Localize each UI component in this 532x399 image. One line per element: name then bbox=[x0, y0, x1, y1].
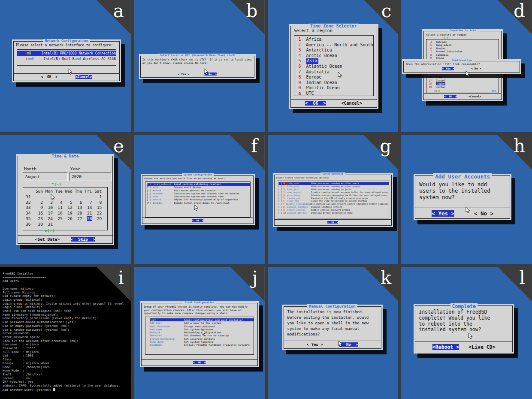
region-row[interactable]: 2America -- North and South bbox=[294, 42, 373, 48]
month-up-control[interactable]: ^(-) bbox=[51, 182, 61, 187]
config-menu-row[interactable]: Root PasswordChange root password bbox=[150, 325, 254, 328]
yes-button[interactable]: < Yes > bbox=[442, 67, 454, 70]
panel-letter: k bbox=[381, 267, 391, 289]
add-user-accounts-dialog: Add User Accounts Would you like to add … bbox=[414, 174, 511, 220]
ok-button[interactable]: < OK > bbox=[192, 219, 204, 222]
no-button[interactable]: < No > bbox=[474, 210, 493, 217]
region-row[interactable]: 7Australia bbox=[294, 70, 373, 75]
dialog-text-line: users to the installed bbox=[419, 187, 490, 194]
panel-i-terminal[interactable]: i FreeBSD Installer ====================… bbox=[0, 267, 131, 399]
region-row[interactable]: 8Europe bbox=[294, 75, 373, 80]
calendar-week-row[interactable]: 32 2 3 4 5 6 7 8 bbox=[26, 200, 107, 206]
no-button[interactable]: < No > bbox=[471, 67, 481, 70]
region-row[interactable]: aUTC bbox=[294, 91, 373, 97]
terminal-line: Home Mode : bbox=[3, 369, 124, 373]
dialog-title: Countries in Asia bbox=[424, 29, 501, 32]
config-menu-row[interactable]: Add UserAdd a user to the system bbox=[150, 321, 254, 324]
country-row[interactable]: 4Bahrain bbox=[426, 40, 499, 43]
cancel-button[interactable]: <Cancel> bbox=[469, 95, 481, 98]
interface-row[interactable]: iwm0Intel(R) Dual Band Wireless AC 3168 bbox=[17, 56, 116, 62]
hardening-row[interactable]: [ ]5random_pidRandomize the PID of newly… bbox=[278, 197, 389, 200]
terminal-line: Full name: Mijinco bbox=[3, 291, 124, 295]
country-row-selected[interactable]: 18Japan bbox=[426, 82, 499, 85]
country-row[interactable]: 5Bangladesh bbox=[426, 43, 499, 46]
country-row[interactable]: 8Cambodia bbox=[426, 53, 499, 56]
ok-button[interactable]: < OK > bbox=[444, 95, 456, 98]
hardening-row[interactable]: [ ]7disable_syslogdDisable opening Syslo… bbox=[278, 203, 389, 206]
hardening-row[interactable]: [ ]10disable_ddtraceDisallow DTrace dest… bbox=[278, 212, 389, 215]
cancel-button[interactable]: <Cancel> bbox=[342, 101, 362, 106]
month-down-control[interactable]: v(+) bbox=[45, 228, 54, 233]
service-row[interactable]: [ ]powerdAdjust CPU frequency dynamicall… bbox=[147, 198, 250, 201]
calendar-week-row[interactable]: 36 30 31 bbox=[26, 222, 107, 227]
ok-button[interactable]: < OK > bbox=[193, 361, 206, 364]
country-row[interactable]: 16Iraq bbox=[426, 76, 499, 79]
utc-clock-dialog: Select local or UTC (Greenwich Mean Time… bbox=[139, 54, 256, 79]
interface-row[interactable]: em0Intel(R) PRO/1000 Network Connection bbox=[17, 51, 116, 56]
dialog-title: Select local or UTC (Greenwich Mean Time… bbox=[141, 54, 254, 57]
yes-button[interactable]: < Yes > bbox=[432, 210, 454, 217]
region-row[interactable]: 0Pacific Ocean bbox=[294, 85, 373, 91]
year-input[interactable]: 2020 bbox=[69, 172, 112, 181]
terminal-line: Full Name : Mijinco bbox=[3, 351, 124, 354]
service-row[interactable]: [ ]ntpdateSynchronize system and network… bbox=[147, 192, 250, 195]
dialog-text-line: Setup of your FreeBSD system is nearly c… bbox=[144, 305, 248, 308]
service-row[interactable]: [*]sshdSecure shell daemon bbox=[147, 186, 250, 189]
mouse-cursor bbox=[204, 69, 209, 76]
config-menu-row-selected[interactable]: ExitApply configuration and exit install… bbox=[150, 318, 254, 321]
panel-k: k Manual Configuration The installation … bbox=[268, 267, 399, 399]
config-menu-row[interactable]: HandbookInstall FreeBSD Handbook (requir… bbox=[150, 343, 254, 346]
yes-button[interactable]: < Yes > bbox=[307, 342, 323, 347]
calendar-week-row[interactable]: 31 1 bbox=[26, 194, 107, 200]
dialog-text-line: Would you like to add bbox=[419, 181, 487, 188]
country-row[interactable]: 19Jordan bbox=[426, 85, 499, 88]
region-row[interactable]: 4Arctic Ocean bbox=[294, 53, 373, 59]
region-row[interactable]: 3Antarctica bbox=[294, 48, 373, 53]
config-menu-row[interactable]: Time ZoneSet system timezone bbox=[150, 340, 254, 343]
country-row[interactable]: 6Bhutan bbox=[426, 47, 499, 50]
country-row[interactable]: 17Israel bbox=[426, 79, 499, 82]
cancel-button[interactable]: <Cancel> bbox=[76, 75, 92, 79]
region-row-selected[interactable]: 5Asia bbox=[294, 58, 373, 64]
scroll-up-indicator[interactable]: ^(-) bbox=[442, 36, 448, 39]
service-row-selected[interactable]: [ ]local_unboundLocal caching validating… bbox=[147, 183, 250, 186]
region-row[interactable]: 6Atlantic Ocean bbox=[294, 64, 373, 70]
dialog-text-line: complete! Would you like bbox=[419, 315, 490, 321]
hardening-row[interactable]: [ ]9secure_consoleEnable console passwor… bbox=[278, 209, 389, 212]
dialog-text-line: system now? bbox=[419, 194, 455, 201]
ok-button[interactable]: < OK > bbox=[327, 221, 338, 224]
dialog-text-line: Installation of FreeBSD bbox=[419, 309, 487, 315]
ok-button[interactable]: < OK > bbox=[41, 75, 57, 79]
calendar-week-row-selected[interactable]: 35 23 24 25 26 27 28 29 bbox=[26, 216, 107, 222]
hardening-row[interactable]: [ ]4proc_debugDisable process debugging … bbox=[278, 194, 389, 197]
live-cd-button[interactable]: <Live CD> bbox=[469, 344, 495, 350]
region-row[interactable]: 9Indian Ocean bbox=[294, 80, 373, 86]
terminal-line: Use an empty password? (yes/no) [no]: bbox=[3, 324, 124, 328]
yes-button[interactable]: < Yes > bbox=[178, 73, 189, 76]
calendar-week-row[interactable]: 33 9 10 11 12 13 14 15 bbox=[26, 205, 107, 211]
terminal-line: Shell (sh csh tcsh nologin) [sh]: tcsh bbox=[3, 309, 124, 313]
set-date-button[interactable]: <Set Date> bbox=[35, 237, 60, 242]
selected-day[interactable]: 28 bbox=[87, 216, 92, 221]
hardening-row[interactable]: [ ]1hide_gidsHide processes running as o… bbox=[278, 185, 389, 188]
hardening-row[interactable]: [ ]3read_msgbufDisable reading kernel me… bbox=[278, 191, 389, 194]
hardening-row[interactable]: [ ]6clear_tmpClean the /tmp filesystem o… bbox=[278, 200, 389, 203]
hardening-row-selected[interactable]: [ ]0hide_uidsHide processes running as o… bbox=[278, 182, 389, 185]
service-row[interactable]: [ ]ntpdSynchronize system and network ti… bbox=[147, 195, 250, 198]
service-row[interactable]: [ ]mousedPS/2 mouse pointer on console bbox=[147, 189, 250, 192]
month-input[interactable]: August bbox=[23, 172, 68, 181]
reboot-button[interactable]: <Reboot > bbox=[432, 344, 459, 350]
calendar-week-row[interactable]: 34 16 17 18 19 20 21 22 bbox=[26, 211, 107, 216]
scroll-down-indicator[interactable]: v(+) bbox=[434, 89, 440, 92]
country-row[interactable]: 7Brunei Darussalam bbox=[426, 50, 499, 53]
service-row[interactable]: [*]dumpdevEnable kernel crash dumps to /… bbox=[147, 202, 250, 205]
config-menu-row[interactable]: System HardeningSet security options bbox=[150, 337, 254, 340]
final-configuration-dialog: Final Configuration Setup of your FreeBS… bbox=[140, 301, 259, 367]
terminal-prompt-line[interactable]: Add another user? (yes/no): bbox=[3, 388, 124, 392]
ok-button[interactable]: < OK > bbox=[305, 101, 326, 106]
hardening-row[interactable]: [ ]2hide_jailHide processes running in j… bbox=[278, 188, 389, 191]
dialog-title: Time & Date bbox=[18, 154, 112, 158]
skip-button[interactable]: < Skip > bbox=[71, 237, 95, 242]
hardening-row[interactable]: [ ]8disable_sendmailDisable Sendmail ser… bbox=[278, 206, 389, 209]
region-row[interactable]: 1Africa bbox=[294, 37, 373, 42]
